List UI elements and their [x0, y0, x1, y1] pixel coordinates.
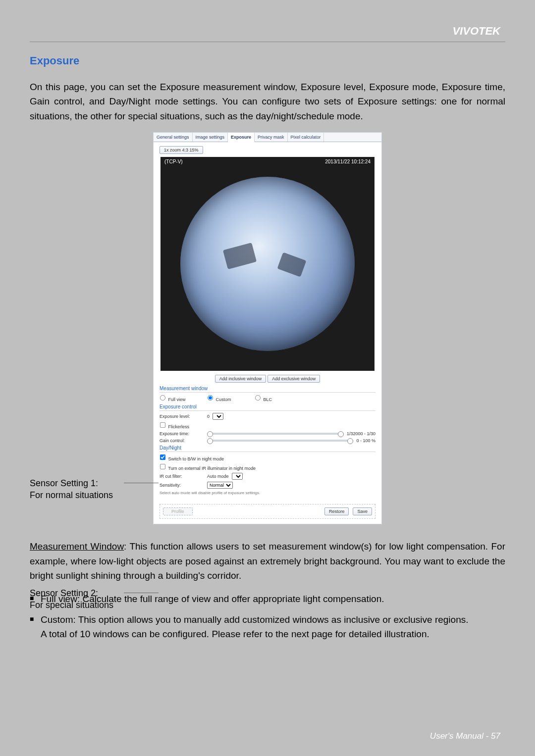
exposure-level-label: Exposure level:: [160, 414, 204, 419]
bullet-full-view: Full view: Calculate the full range of v…: [30, 592, 505, 606]
bullet-list: Full view: Calculate the full range of v…: [30, 592, 505, 642]
flickerless-row: Flickerless: [160, 422, 375, 429]
restore-button[interactable]: Restore: [324, 507, 349, 515]
fisheye-preview: [180, 177, 355, 351]
tab-bar: General settings Image settings Exposure…: [154, 133, 381, 142]
sensitivity-select[interactable]: Normal: [207, 482, 233, 489]
switch-bw-label: Switch to B/W in night mode: [168, 456, 224, 461]
profile-button[interactable]: Profile: [163, 507, 193, 515]
add-inclusive-button[interactable]: Add inclusive window: [215, 375, 267, 383]
exposure-time-row: Exposure time: 1/32000 - 1/30: [160, 431, 375, 436]
sensor1-line1: Sensor Setting 1:: [30, 478, 98, 488]
gain-label: Gain control:: [160, 438, 204, 443]
tab-exposure[interactable]: Exposure: [228, 133, 255, 142]
stream-label: (TCP-V): [164, 159, 183, 164]
add-exclusive-button[interactable]: Add exclusive window: [268, 375, 320, 383]
exposure-level-row: Exposure level: 0: [160, 413, 375, 420]
gain-slider[interactable]: [207, 440, 353, 442]
switch-bw-row: Switch to B/W in night mode: [160, 454, 375, 461]
radio-blc[interactable]: BLC: [255, 395, 299, 402]
gain-value: 0 - 100 %: [356, 438, 375, 443]
tab-general[interactable]: General settings: [154, 133, 193, 142]
header-rule: [30, 42, 505, 42]
section-title: Exposure: [30, 54, 505, 67]
ir-cut-row: IR cut filter: Auto mode: [160, 473, 375, 480]
exposure-level-value: 0: [207, 414, 210, 419]
leader-line-1: [124, 483, 159, 483]
settings-panel: General settings Image settings Exposure…: [153, 132, 382, 524]
intro-paragraph: On this page, you can set the Exposure m…: [30, 80, 505, 123]
radio-blc-label: BLC: [264, 397, 272, 402]
sensitivity-row: Sensitivity: Normal: [160, 482, 375, 489]
save-button[interactable]: Save: [353, 507, 372, 515]
exposure-control-title: Exposure control: [160, 404, 375, 411]
panel-inner: 1x zoom 4:3 15% (TCP-V) 2013/11/22 10:12…: [154, 142, 381, 499]
tab-privacy[interactable]: Privacy mask: [255, 133, 288, 142]
figure-row: Sensor Setting 1: For normal situations …: [30, 132, 505, 524]
exposure-time-label: Exposure time:: [160, 431, 204, 436]
auto-mode-note: Select auto mode will disable profile of…: [160, 491, 375, 495]
exposure-time-slider[interactable]: [207, 433, 344, 435]
radio-full-label: Full view: [168, 397, 186, 402]
video-timestamp: 2013/11/22 10:12:24: [325, 159, 371, 164]
zoom-button[interactable]: 1x zoom 4:3 15%: [160, 146, 203, 154]
brand-header: VIVOTEK: [30, 25, 505, 42]
measurement-lead: Measurement Window: [30, 541, 124, 552]
page-footer: User's Manual - 57: [430, 731, 500, 741]
measurement-radios: Full view Custom BLC: [160, 395, 375, 402]
ir-illum-checkbox[interactable]: Turn on external IR illuminator in night…: [160, 463, 256, 471]
sensor-setting-1-label: Sensor Setting 1: For normal situations: [30, 478, 113, 501]
measurement-paragraph: Measurement Window: This function allows…: [30, 539, 505, 583]
bullet-custom-line2: A total of 10 windows can be configured.…: [41, 627, 505, 642]
gain-row: Gain control: 0 - 100 %: [160, 438, 375, 443]
add-window-buttons: Add inclusive window Add exclusive windo…: [160, 375, 375, 383]
measurement-window-title: Measurement window: [160, 386, 375, 393]
radio-custom-label: Custom: [216, 397, 231, 402]
bullet-custom: Custom: This option allows you to manual…: [30, 613, 505, 641]
daynight-title: Day/Night: [160, 445, 375, 452]
ir-illum-label: Turn on external IR illuminator in night…: [168, 466, 256, 471]
panel-footer-buttons: Profile Restore Save: [160, 504, 375, 519]
flickerless-checkbox[interactable]: Flickerless: [160, 422, 204, 429]
ir-illum-row: Turn on external IR illuminator in night…: [160, 463, 375, 471]
ir-cut-select[interactable]: [232, 473, 243, 480]
bullet-custom-line1: Custom: This option allows you to manual…: [41, 614, 469, 625]
ir-cut-label: IR cut filter:: [160, 474, 204, 479]
sensor1-line2: For normal situations: [30, 490, 113, 500]
switch-bw-checkbox[interactable]: Switch to B/W in night mode: [160, 454, 224, 461]
exposure-level-select[interactable]: [213, 413, 223, 420]
exposure-time-value: 1/32000 - 1/30: [347, 431, 375, 436]
video-preview: (TCP-V) 2013/11/22 10:12:24: [160, 157, 374, 371]
tab-image[interactable]: Image settings: [193, 133, 228, 142]
radio-custom[interactable]: Custom: [207, 395, 252, 402]
tab-pixel[interactable]: Pixel calculator: [288, 133, 324, 142]
sensitivity-label: Sensitivity:: [160, 483, 204, 488]
radio-full-view[interactable]: Full view: [160, 395, 204, 402]
flickerless-label: Flickerless: [168, 424, 190, 429]
ir-cut-value: Auto mode: [207, 474, 229, 479]
